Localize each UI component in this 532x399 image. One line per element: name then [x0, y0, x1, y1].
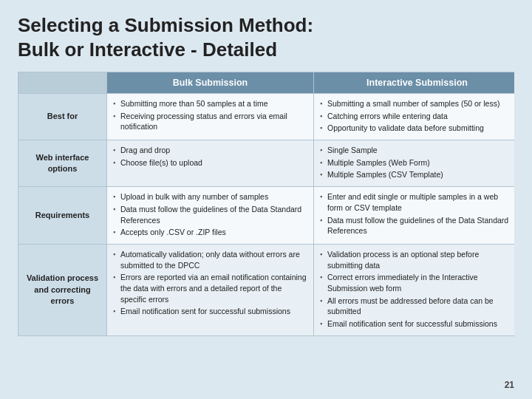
list-item: Opportunity to validate data before subm… — [320, 123, 514, 134]
page-number: 21 — [18, 380, 514, 390]
interactive-cell-2: Enter and edit single or multiple sample… — [314, 187, 515, 245]
list-item: Receiving processing status and errors v… — [113, 111, 307, 132]
list-item: Data must follow the guidelines of the D… — [320, 215, 514, 236]
comparison-table-wrap: Bulk Submission Interactive Submission B… — [18, 72, 514, 375]
bulk-cell-1: Drag and dropChoose file(s) to upload — [107, 140, 314, 187]
list-item: Data must follow the guidelines of the D… — [113, 204, 307, 225]
page-title: Selecting a Submission Method: Bulk or I… — [18, 13, 514, 61]
list-item: Upload in bulk with any number of sample… — [113, 191, 307, 202]
list-item: Automatically validation; only data with… — [113, 249, 307, 270]
row-label-0: Best for — [18, 94, 107, 140]
list-item: Multiple Samples (CSV Template) — [320, 169, 514, 180]
list-item: Email notification sent for successful s… — [320, 318, 514, 330]
list-item: Enter and edit single or multiple sample… — [320, 191, 514, 213]
list-item: Submitting more than 50 samples at a tim… — [113, 98, 307, 109]
list-item: All errors must be addressed before data… — [320, 296, 514, 317]
header-interactive: Interactive Submission — [314, 72, 515, 94]
header-bulk: Bulk Submission — [107, 72, 314, 94]
list-item: Choose file(s) to upload — [113, 157, 307, 168]
comparison-table: Bulk Submission Interactive Submission B… — [18, 72, 514, 336]
interactive-cell-3: Validation process is an optional step b… — [314, 244, 515, 335]
bulk-cell-0: Submitting more than 50 samples at a tim… — [107, 94, 314, 140]
list-item: Single Sample — [320, 145, 514, 156]
list-item: Submitting a small number of samples (50… — [320, 98, 514, 109]
list-item: Accepts only .CSV or .ZIP files — [113, 227, 307, 238]
bulk-cell-2: Upload in bulk with any number of sample… — [107, 187, 314, 245]
bulk-cell-3: Automatically validation; only data with… — [107, 244, 314, 335]
row-label-2: Requirements — [18, 187, 107, 245]
interactive-cell-1: Single SampleMultiple Samples (Web Form)… — [314, 140, 515, 187]
list-item: Multiple Samples (Web Form) — [320, 157, 514, 168]
header-empty — [18, 72, 107, 94]
list-item: Correct errors immediately in the Intera… — [320, 272, 514, 293]
row-label-1: Web interface options — [18, 140, 107, 187]
list-item: Catching errors while entering data — [320, 111, 514, 122]
row-label-3: Validation process and correcting errors — [18, 244, 107, 335]
list-item: Errors are reported via an email notific… — [113, 272, 307, 304]
list-item: Validation process is an optional step b… — [320, 249, 514, 270]
interactive-cell-0: Submitting a small number of samples (50… — [314, 94, 515, 140]
list-item: Drag and drop — [113, 145, 307, 156]
list-item: Email notification sent for successful s… — [113, 306, 307, 317]
page: Selecting a Submission Method: Bulk or I… — [0, 0, 532, 399]
